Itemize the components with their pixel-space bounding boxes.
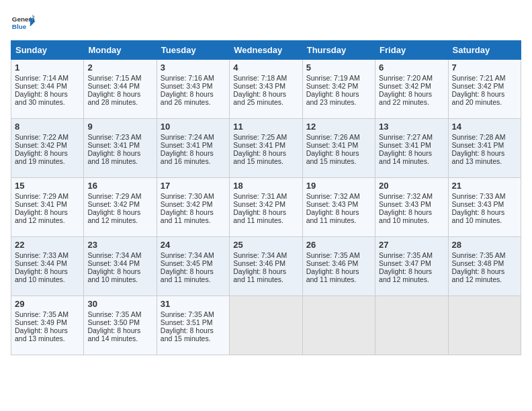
day-number: 21 bbox=[452, 181, 517, 191]
day-number: 30 bbox=[87, 299, 152, 309]
cell-info-line: Sunrise: 7:27 AM bbox=[379, 133, 444, 141]
cell-info-line: and 12 minutes. bbox=[379, 275, 444, 283]
cell-info-line: and 20 minutes. bbox=[452, 98, 517, 106]
calendar-cell: 11Sunrise: 7:25 AMSunset: 3:41 PMDayligh… bbox=[230, 119, 302, 178]
cell-info-line: Daylight: 8 hours bbox=[379, 90, 444, 98]
calendar-cell bbox=[302, 296, 375, 355]
day-number: 4 bbox=[233, 62, 298, 73]
cell-info-line: Sunrise: 7:14 AM bbox=[15, 74, 80, 82]
cell-info-line: and 10 minutes. bbox=[379, 216, 444, 224]
calendar-cell: 6Sunrise: 7:20 AMSunset: 3:42 PMDaylight… bbox=[375, 60, 448, 119]
cell-info-line: Sunrise: 7:19 AM bbox=[306, 74, 371, 82]
calendar-cell: 2Sunrise: 7:15 AMSunset: 3:44 PMDaylight… bbox=[84, 60, 157, 119]
cell-info-line: Daylight: 8 hours bbox=[306, 149, 371, 157]
weekday-header: Thursday bbox=[302, 41, 375, 60]
cell-info-line: Sunset: 3:43 PM bbox=[306, 200, 371, 208]
cell-info-line: and 11 minutes. bbox=[306, 275, 371, 283]
cell-info-line: Sunrise: 7:34 AM bbox=[161, 251, 226, 259]
day-number: 20 bbox=[379, 181, 444, 191]
cell-info-line: and 11 minutes. bbox=[233, 275, 298, 283]
cell-info-line: Daylight: 8 hours bbox=[233, 208, 298, 216]
cell-info-line: Daylight: 8 hours bbox=[15, 326, 80, 334]
calendar-header: SundayMondayTuesdayWednesdayThursdayFrid… bbox=[11, 41, 521, 60]
weekday-header: Tuesday bbox=[157, 41, 229, 60]
cell-info-line: Daylight: 8 hours bbox=[161, 149, 226, 157]
cell-info-line: and 13 minutes. bbox=[452, 157, 517, 165]
cell-info-line: Sunset: 3:43 PM bbox=[452, 200, 517, 208]
weekday-header: Saturday bbox=[448, 41, 521, 60]
cell-info-line: Sunrise: 7:35 AM bbox=[379, 251, 444, 259]
cell-info-line: Daylight: 8 hours bbox=[87, 326, 152, 334]
cell-info-line: Sunrise: 7:35 AM bbox=[15, 310, 80, 318]
cell-info-line: and 11 minutes. bbox=[233, 216, 298, 224]
cell-info-line: Sunset: 3:44 PM bbox=[87, 82, 152, 90]
calendar-cell: 31Sunrise: 7:35 AMSunset: 3:51 PMDayligh… bbox=[157, 296, 229, 355]
day-number: 28 bbox=[452, 240, 517, 250]
cell-info-line: Daylight: 8 hours bbox=[87, 267, 152, 275]
cell-info-line: Daylight: 8 hours bbox=[15, 149, 80, 157]
calendar-cell bbox=[230, 296, 302, 355]
cell-info-line: Sunset: 3:42 PM bbox=[379, 82, 444, 90]
calendar-cell: 24Sunrise: 7:34 AMSunset: 3:45 PMDayligh… bbox=[157, 237, 229, 296]
cell-info-line: Sunset: 3:41 PM bbox=[452, 141, 517, 149]
cell-info-line: and 30 minutes. bbox=[15, 98, 80, 106]
cell-info-line: Daylight: 8 hours bbox=[306, 90, 371, 98]
cell-info-line: Daylight: 8 hours bbox=[306, 208, 371, 216]
calendar-cell: 5Sunrise: 7:19 AMSunset: 3:42 PMDaylight… bbox=[302, 60, 375, 119]
calendar-cell: 3Sunrise: 7:16 AMSunset: 3:43 PMDaylight… bbox=[157, 60, 229, 119]
calendar-cell bbox=[375, 296, 448, 355]
calendar-cell: 26Sunrise: 7:35 AMSunset: 3:46 PMDayligh… bbox=[302, 237, 375, 296]
cell-info-line: Daylight: 8 hours bbox=[15, 90, 80, 98]
cell-info-line: Sunrise: 7:35 AM bbox=[452, 251, 517, 259]
cell-info-line: Daylight: 8 hours bbox=[379, 208, 444, 216]
cell-info-line: Sunset: 3:41 PM bbox=[87, 141, 152, 149]
weekday-header: Wednesday bbox=[230, 41, 302, 60]
cell-info-line: Sunrise: 7:35 AM bbox=[306, 251, 371, 259]
day-number: 2 bbox=[87, 62, 152, 73]
cell-info-line: Sunset: 3:45 PM bbox=[161, 259, 226, 267]
cell-info-line: and 12 minutes. bbox=[452, 275, 517, 283]
cell-info-line: Sunset: 3:44 PM bbox=[87, 259, 152, 267]
cell-info-line: Sunset: 3:42 PM bbox=[87, 200, 152, 208]
cell-info-line: and 22 minutes. bbox=[379, 98, 444, 106]
day-number: 23 bbox=[87, 240, 152, 250]
cell-info-line: Daylight: 8 hours bbox=[452, 208, 517, 216]
calendar-cell: 21Sunrise: 7:33 AMSunset: 3:43 PMDayligh… bbox=[448, 178, 521, 237]
cell-info-line: Sunrise: 7:29 AM bbox=[15, 192, 80, 200]
day-number: 7 bbox=[452, 62, 517, 73]
calendar-cell: 12Sunrise: 7:26 AMSunset: 3:41 PMDayligh… bbox=[302, 119, 375, 178]
calendar-cell: 19Sunrise: 7:32 AMSunset: 3:43 PMDayligh… bbox=[302, 178, 375, 237]
cell-info-line: Sunrise: 7:25 AM bbox=[233, 133, 298, 141]
cell-info-line: Daylight: 8 hours bbox=[161, 90, 226, 98]
cell-info-line: Sunrise: 7:15 AM bbox=[87, 74, 152, 82]
cell-info-line: Sunset: 3:44 PM bbox=[15, 82, 80, 90]
calendar-week-row: 22Sunrise: 7:33 AMSunset: 3:44 PMDayligh… bbox=[11, 237, 521, 296]
weekday-header: Friday bbox=[375, 41, 448, 60]
cell-info-line: Sunset: 3:41 PM bbox=[161, 141, 226, 149]
day-number: 29 bbox=[15, 299, 80, 309]
cell-info-line: and 15 minutes. bbox=[161, 334, 226, 342]
calendar-cell: 25Sunrise: 7:34 AMSunset: 3:46 PMDayligh… bbox=[230, 237, 302, 296]
calendar-cell: 27Sunrise: 7:35 AMSunset: 3:47 PMDayligh… bbox=[375, 237, 448, 296]
cell-info-line: Daylight: 8 hours bbox=[379, 267, 444, 275]
day-number: 26 bbox=[306, 240, 371, 250]
cell-info-line: and 10 minutes. bbox=[15, 275, 80, 283]
svg-text:Blue: Blue bbox=[12, 23, 27, 30]
day-number: 25 bbox=[233, 240, 298, 250]
logo: General Blue bbox=[11, 11, 35, 35]
cell-info-line: Daylight: 8 hours bbox=[161, 326, 226, 334]
day-number: 22 bbox=[15, 240, 80, 250]
page-header: General Blue bbox=[11, 11, 521, 35]
cell-info-line: Daylight: 8 hours bbox=[452, 149, 517, 157]
cell-info-line: Sunrise: 7:33 AM bbox=[452, 192, 517, 200]
cell-info-line: Sunrise: 7:23 AM bbox=[87, 133, 152, 141]
cell-info-line: and 25 minutes. bbox=[233, 98, 298, 106]
cell-info-line: Daylight: 8 hours bbox=[87, 208, 152, 216]
calendar-cell: 13Sunrise: 7:27 AMSunset: 3:41 PMDayligh… bbox=[375, 119, 448, 178]
cell-info-line: Sunrise: 7:34 AM bbox=[233, 251, 298, 259]
cell-info-line: Sunrise: 7:18 AM bbox=[233, 74, 298, 82]
day-number: 13 bbox=[379, 122, 444, 132]
day-number: 27 bbox=[379, 240, 444, 250]
cell-info-line: Sunrise: 7:29 AM bbox=[87, 192, 152, 200]
cell-info-line: and 10 minutes. bbox=[452, 216, 517, 224]
